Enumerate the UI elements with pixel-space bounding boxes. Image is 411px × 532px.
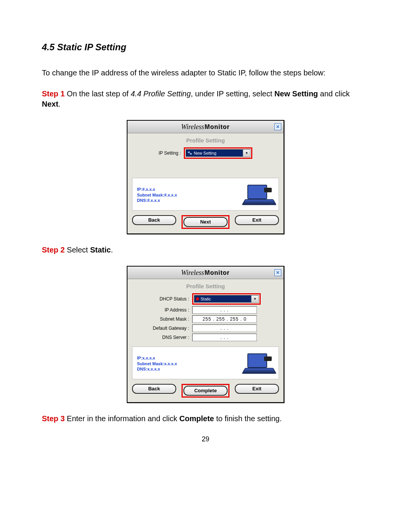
dns-server-input[interactable]: . . .: [192, 334, 257, 341]
step-2-label: Step 2: [42, 246, 65, 254]
subnet-mask-label: Subnet Mask :: [132, 316, 192, 322]
step-2-paragraph: Step 2 Select Static.: [42, 245, 369, 255]
step-1-text-a: On the last step of: [65, 89, 131, 98]
info-text: IP:x.x.x.x Subnet Mask:x.x.x.x DNS:x.x.x…: [137, 355, 237, 372]
titlebar: WirelessMonitor ✕: [127, 121, 284, 133]
step-2-text-d: .: [111, 246, 113, 254]
step-3-label: Step 3: [42, 414, 65, 423]
step-1-ref: 4.4 Profile Setting: [131, 89, 191, 98]
default-gateway-label: Default Gateway :: [132, 326, 192, 331]
subnet-mask-row: Subnet Mask : 255 . 255 . 255 . 0: [132, 315, 279, 323]
chevron-down-icon[interactable]: ▼: [251, 296, 258, 302]
dhcp-status-dropdown[interactable]: Static ▼: [194, 295, 259, 303]
step-1-paragraph: Step 1 On the last step of 4.4 Profile S…: [42, 89, 369, 109]
dhcp-status-row: DHCP Status : Static ▼: [132, 293, 279, 305]
app-title: WirelessMonitor: [137, 269, 274, 277]
ip-address-input[interactable]: . . .: [192, 306, 257, 314]
default-gateway-row: Default Gateway : . . .: [132, 324, 279, 332]
close-icon[interactable]: ✕: [274, 269, 281, 276]
button-row: Back Next Exit: [132, 215, 279, 229]
section-heading: 4.5 Static IP Setting: [42, 42, 369, 53]
step-1-bold-1: New Setting: [274, 89, 318, 98]
app-title: WirelessMonitor: [137, 123, 274, 131]
dialog-subheading: Profile Setting: [132, 283, 279, 289]
step-1-bold-2: Next: [42, 100, 58, 108]
info-subnet: Subnet Mask:x.x.x.x: [137, 361, 237, 367]
ip-setting-dropdown[interactable]: New Setting ▼: [186, 149, 250, 157]
back-button[interactable]: Back: [132, 384, 176, 394]
step-3-text-b: to finish the setting.: [214, 414, 282, 423]
subnet-mask-input[interactable]: 255 . 255 . 255 . 0: [192, 315, 257, 323]
network-icon: [188, 151, 192, 155]
ip-setting-highlight: New Setting ▼: [184, 147, 252, 159]
wireless-monitor-dialog-1: WirelessMonitor ✕ Profile Setting IP Set…: [127, 120, 284, 234]
info-text: IP:#.x.x.x Subnet Mask:#.x.x.x DNS:#.x.x…: [137, 187, 237, 204]
step-1-text-c: and click: [318, 89, 350, 98]
step-1-text-b: , under IP setting, select: [191, 89, 274, 98]
next-button[interactable]: Next: [183, 217, 228, 227]
intro-paragraph: To change the IP address of the wireless…: [42, 68, 369, 78]
dropdown-value: New Setting: [194, 151, 216, 155]
info-panel: IP:x.x.x.x Subnet Mask:x.x.x.x DNS:x.x.x…: [132, 347, 279, 379]
brand-script: Wireless: [181, 269, 204, 276]
button-row: Back Complete Exit: [132, 384, 279, 398]
complete-button[interactable]: Complete: [183, 386, 228, 396]
chevron-down-icon[interactable]: ▼: [243, 150, 250, 157]
exit-button[interactable]: Exit: [235, 215, 279, 225]
dhcp-status-label: DHCP Status :: [132, 296, 192, 302]
info-ip: IP:x.x.x.x: [137, 355, 237, 361]
close-icon[interactable]: ✕: [274, 123, 281, 130]
brand-mono: Monitor: [205, 270, 230, 276]
dns-server-row: DNS Server : . . .: [132, 334, 279, 341]
step-2-bold-1: Static: [90, 246, 111, 254]
info-dns: DNS:#.x.x.x: [137, 198, 237, 203]
dhcp-status-highlight: Static ▼: [192, 293, 261, 305]
step-3-bold-1: Complete: [179, 414, 214, 423]
red-dot-icon: [196, 297, 199, 300]
info-dns: DNS:x.x.x.x: [137, 366, 237, 372]
titlebar: WirelessMonitor ✕: [127, 267, 284, 279]
step-3-paragraph: Step 3 Enter in the information and clic…: [42, 414, 369, 424]
step-1-text-d: .: [58, 100, 61, 108]
wireless-monitor-dialog-2: WirelessMonitor ✕ Profile Setting DHCP S…: [127, 266, 284, 403]
dialog-body: Profile Setting DHCP Status : Static ▼ I…: [127, 279, 284, 402]
dialog-subheading: Profile Setting: [132, 137, 279, 144]
dns-server-label: DNS Server :: [132, 335, 192, 340]
info-ip: IP:#.x.x.x: [137, 187, 237, 192]
ip-setting-label: IP Setting :: [159, 150, 184, 156]
dropdown-selected: New Setting: [186, 150, 243, 157]
dropdown-value: Static: [201, 297, 211, 301]
ip-address-label: IP Address :: [132, 307, 192, 313]
dialog-body: Profile Setting IP Setting : New Setting…: [127, 133, 284, 233]
info-subnet: Subnet Mask:#.x.x.x: [137, 192, 237, 198]
brand-mono: Monitor: [205, 124, 230, 130]
ip-setting-row: IP Setting : New Setting ▼: [132, 147, 279, 159]
ip-address-row: IP Address : . . .: [132, 306, 279, 314]
dropdown-selected: Static: [194, 296, 251, 302]
back-button[interactable]: Back: [132, 215, 176, 225]
laptop-icon: [244, 185, 274, 206]
brand-script: Wireless: [181, 123, 204, 131]
exit-button[interactable]: Exit: [235, 384, 279, 394]
default-gateway-input[interactable]: . . .: [192, 324, 257, 332]
info-panel: IP:#.x.x.x Subnet Mask:#.x.x.x DNS:#.x.x…: [132, 178, 279, 211]
step-2-text-a: Select: [65, 246, 90, 254]
laptop-icon: [244, 353, 274, 374]
page-number: 29: [42, 435, 369, 443]
step-1-label: Step 1: [42, 89, 65, 98]
step-3-text-a: Enter in the information and click: [65, 414, 179, 423]
